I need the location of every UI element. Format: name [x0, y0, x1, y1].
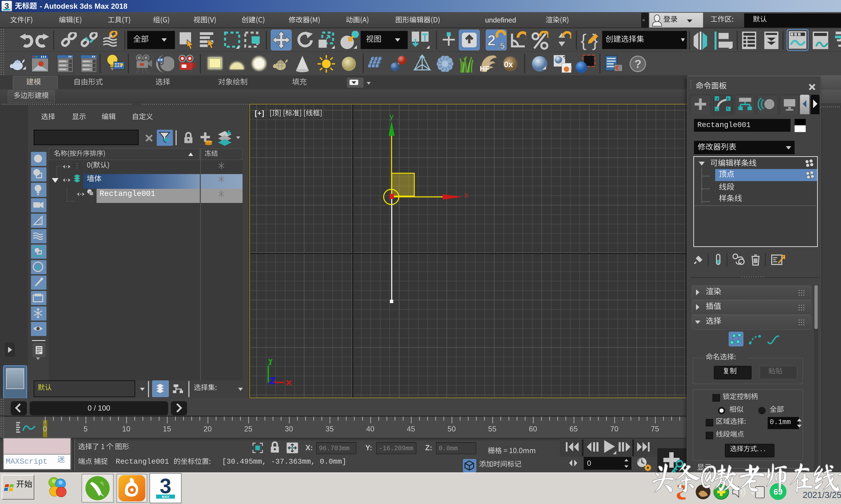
svg-text:45: 45: [407, 425, 415, 433]
svg-text:HF: HF: [480, 65, 490, 73]
svg-text:20: 20: [204, 425, 212, 433]
svg-text:0x: 0x: [504, 60, 513, 69]
svg-text:65: 65: [569, 425, 578, 433]
svg-text:?: ?: [634, 57, 641, 70]
svg-text:{: {: [581, 31, 586, 50]
svg-text:10: 10: [122, 425, 130, 433]
svg-text:3: 3: [160, 474, 171, 498]
svg-text:0: 0: [43, 425, 47, 433]
svg-text:2: 2: [487, 32, 496, 49]
svg-text:.5: .5: [498, 41, 505, 50]
svg-text:75: 75: [651, 425, 659, 433]
svg-text:15: 15: [163, 425, 171, 433]
svg-text:35: 35: [325, 425, 334, 433]
svg-text:MAX: MAX: [162, 495, 169, 499]
svg-text:30: 30: [285, 425, 293, 433]
svg-text:70: 70: [610, 425, 618, 433]
svg-text:60: 60: [529, 425, 537, 433]
svg-text:55: 55: [488, 425, 496, 433]
svg-text:25: 25: [244, 425, 253, 433]
svg-text:5: 5: [84, 425, 88, 433]
svg-text:50: 50: [448, 425, 456, 433]
svg-text:40: 40: [366, 425, 374, 433]
